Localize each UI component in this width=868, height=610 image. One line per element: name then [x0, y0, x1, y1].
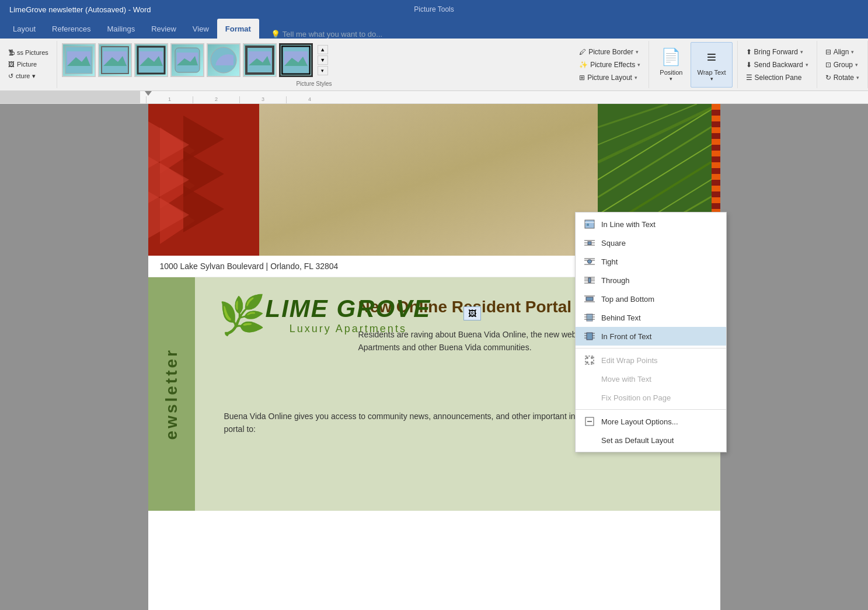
tell-me-placeholder[interactable]: Tell me what you want to do...	[283, 30, 382, 39]
compress-icon: 🗜	[8, 49, 15, 56]
scroll-down-btn[interactable]: ▼	[318, 55, 328, 65]
rotate-icon: ↻	[825, 74, 831, 82]
svg-rect-48	[588, 242, 591, 245]
menu-label-square: Square	[601, 239, 626, 248]
picture-border-icon: 🖊	[579, 48, 586, 56]
picture-layout-btn[interactable]: ⊞ Picture Layout ▾	[576, 72, 644, 83]
picture-effects-icon: ✨	[579, 61, 588, 69]
picture-styles-label: Picture Styles	[57, 79, 571, 88]
document-area: 1000 Lake Sylvan Boulevard | Orlando, FL…	[0, 104, 868, 610]
style-thumb-7[interactable]	[279, 43, 313, 77]
send-backward-btn[interactable]: ⬇ Send Backward ▾	[742, 59, 812, 71]
picture-styles-section: ▲ ▼ ▾ Picture Styles	[57, 41, 571, 88]
logo-luxury-text: Luxury Apartments	[266, 323, 431, 335]
menu-label-fixpos: Fix Position on Page	[601, 393, 671, 402]
svg-point-75	[591, 357, 593, 359]
svg-rect-63	[586, 297, 593, 301]
group-icon: ⊡	[825, 61, 831, 69]
align-btn[interactable]: ⊟ Align ▾	[822, 46, 863, 58]
ruler-mark-2: 2	[193, 96, 239, 103]
menu-item-infront[interactable]: In Front of Text	[576, 327, 726, 346]
style-thumb-4[interactable]	[170, 43, 204, 77]
menu-icon-square	[584, 237, 595, 249]
tab-references[interactable]: References	[44, 19, 99, 39]
position-caret: ▾	[670, 76, 672, 82]
svg-point-77	[591, 361, 593, 364]
compress-pictures-btn[interactable]: 🗜 ss Pictures	[5, 47, 52, 58]
menu-item-movewith: Move with Text	[576, 370, 726, 388]
align-label: Align	[834, 48, 849, 56]
ribbon-section-picture-options: 🖊 Picture Border ▾ ✨ Picture Effects ▾ ⊞…	[571, 41, 649, 88]
group-btn[interactable]: ⊡ Group ▾	[822, 59, 863, 71]
red-banner	[148, 104, 259, 256]
style-thumb-3[interactable]	[134, 43, 168, 77]
change-picture-btn[interactable]: 🖼 Picture	[5, 59, 52, 69]
menu-item-tight[interactable]: Tight	[576, 252, 726, 271]
menu-label-topbottom: Top and Bottom	[601, 295, 654, 304]
newsletter-sidebar: ewsletter	[148, 277, 195, 511]
ribbon-tabs: Layout References Mailings Review View F…	[0, 19, 868, 39]
menu-item-through[interactable]: Through	[576, 271, 726, 290]
menu-icon-tight	[584, 256, 595, 267]
menu-item-inline[interactable]: In Line with Text	[576, 215, 726, 233]
picture-layout-label: Picture Layout	[587, 74, 632, 82]
menu-item-topbottom[interactable]: Top and Bottom	[576, 290, 726, 308]
menu-icon-movewith	[584, 373, 595, 385]
more-styles-btn[interactable]: ▾	[318, 66, 328, 75]
menu-label-infront: In Front of Text	[601, 332, 651, 341]
style-thumb-2[interactable]	[98, 43, 132, 77]
svg-point-74	[586, 357, 588, 359]
picture-border-btn[interactable]: 🖊 Picture Border ▾	[576, 46, 644, 58]
position-btn[interactable]: 📄 Position ▾	[654, 42, 688, 88]
menu-label-movewith: Move with Text	[601, 375, 651, 384]
menu-label-moreopts: More Layout Options...	[601, 417, 678, 426]
ribbon-section-compress: 🗜 ss Pictures 🖼 Picture ↺ cture ▾	[0, 41, 57, 88]
ruler-marks: 1 2 3 4	[146, 91, 333, 103]
tell-me-container: 💡 Tell me what you want to do...	[271, 30, 382, 39]
scroll-up-btn[interactable]: ▲	[318, 45, 328, 54]
svg-point-76	[586, 361, 588, 364]
menu-item-moreopts[interactable]: More Layout Options...	[576, 412, 726, 431]
picture-effects-btn[interactable]: ✨ Picture Effects ▾	[576, 59, 644, 71]
wrap-text-icon: ≡	[707, 48, 716, 67]
wrap-text-btn[interactable]: ≡ Wrap Text ▾	[691, 42, 732, 88]
style-scroll-buttons: ▲ ▼ ▾	[318, 45, 328, 75]
menu-icon-inline	[584, 218, 595, 230]
tab-mailings[interactable]: Mailings	[99, 19, 144, 39]
style-thumb-1[interactable]	[62, 43, 96, 77]
ribbon-section-position: 📄 Position ▾ ≡ Wrap Text ▾	[649, 41, 737, 88]
ruler-mark-1: 1	[146, 96, 193, 103]
app-title: LimeGrove newsletter (Autosaved) - Word	[9, 5, 151, 14]
picture-border-caret: ▾	[636, 49, 639, 55]
tab-layout[interactable]: Layout	[5, 19, 44, 39]
menu-item-setdefault[interactable]: Set as Default Layout	[576, 431, 726, 449]
menu-label-setdefault: Set as Default Layout	[601, 436, 674, 445]
reset-picture-btn[interactable]: ↺ cture ▾	[5, 71, 52, 82]
position-label: Position	[660, 69, 682, 76]
selection-pane-btn[interactable]: ☰ Selection Pane	[742, 72, 812, 83]
picture-styles-grid: ▲ ▼ ▾	[57, 41, 571, 79]
tab-review[interactable]: Review	[143, 19, 184, 39]
menu-icon-moreopts	[584, 416, 595, 427]
newsletter-sidebar-text: ewsletter	[162, 348, 181, 440]
menu-label-inline: In Line with Text	[601, 220, 656, 229]
logo-leaf-icon: 🌿	[218, 296, 266, 334]
tab-format[interactable]: Format	[217, 19, 259, 39]
rotate-btn[interactable]: ↻ Rotate ▾	[822, 72, 863, 83]
menu-item-fixpos: Fix Position on Page	[576, 388, 726, 407]
wrap-text-floating-btn[interactable]: 🖼	[463, 306, 481, 320]
menu-icon-through	[584, 274, 595, 286]
bring-forward-btn[interactable]: ⬆ Bring Forward ▾	[742, 46, 812, 58]
align-icon: ⊟	[825, 48, 831, 56]
wrap-text-caret: ▾	[710, 76, 713, 82]
picture-layout-caret: ▾	[635, 75, 637, 81]
tab-view[interactable]: View	[184, 19, 217, 39]
lightbulb-icon: 💡	[271, 30, 280, 39]
style-thumb-6[interactable]	[243, 43, 277, 77]
menu-item-square[interactable]: Square	[576, 233, 726, 252]
svg-rect-67	[587, 314, 592, 321]
rotate-label: Rotate	[834, 74, 854, 82]
ruler-indent-marker	[145, 91, 152, 96]
menu-item-behind[interactable]: Behind Text	[576, 308, 726, 327]
style-thumb-5[interactable]	[207, 43, 240, 77]
